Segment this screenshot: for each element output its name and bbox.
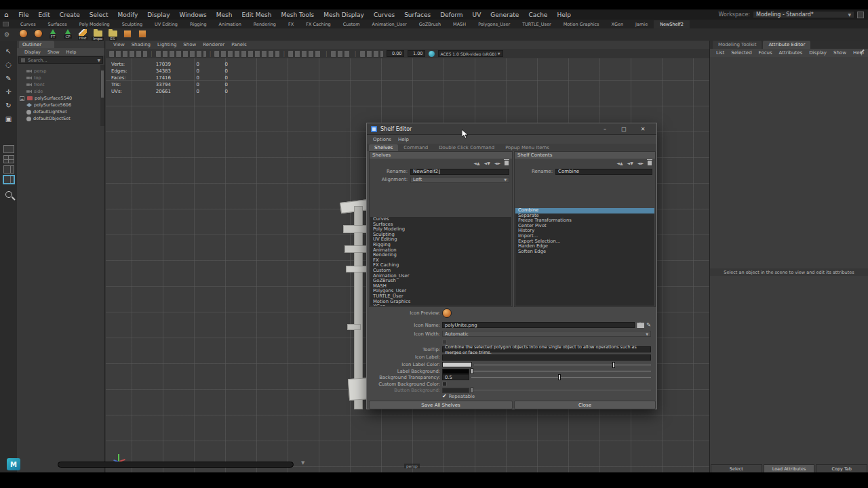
dialog-tab[interactable]: Command — [398, 144, 433, 151]
attribute-editor-menu-item[interactable]: Display — [806, 50, 830, 56]
item-rename-input[interactable]: Combine — [555, 169, 652, 175]
layout-outliner-persp-button[interactable] — [3, 176, 14, 184]
viewport-menu-item[interactable]: View — [110, 42, 128, 47]
shelf-btn-soften-edge[interactable] — [137, 29, 148, 38]
dialog-menu-item[interactable]: Options — [370, 137, 395, 142]
icon-name-input[interactable]: polyUnite.png — [442, 322, 635, 328]
maximize-button[interactable]: □ — [614, 126, 633, 132]
shelf-list-item[interactable]: FX Caching — [370, 263, 511, 268]
viewport-menu-item[interactable]: Renderer — [199, 42, 228, 47]
menu-item[interactable]: Edit — [33, 12, 54, 18]
shelf-tab[interactable]: Poly Modeling — [73, 20, 116, 28]
shelf-tab[interactable]: GoZBrush — [413, 20, 447, 28]
shelf-tab[interactable]: XGen — [605, 20, 629, 28]
attribute-editor-menu-item[interactable]: Help — [850, 50, 867, 56]
new-shelf-icon[interactable]: ◄► — [494, 161, 500, 165]
close-button[interactable]: ✕ — [633, 126, 652, 132]
menu-item[interactable]: Mesh Tools — [276, 12, 319, 18]
dialog-tab[interactable]: Shelves — [369, 144, 398, 151]
shelf-tab[interactable]: Polygons_User — [472, 20, 516, 28]
workspace-settings-icon[interactable] — [857, 12, 864, 18]
outliner-item[interactable]: defaultLightSet — [26, 108, 100, 115]
move-up-icon[interactable]: ◄▲ — [473, 161, 479, 165]
background-transparency-slider[interactable] — [471, 374, 651, 380]
select-tool-icon[interactable]: ↖ — [3, 45, 15, 57]
shelf-content-item[interactable]: Center Pivot — [515, 224, 654, 229]
shelf-btn-combine[interactable] — [18, 29, 28, 38]
save-all-shelves-button[interactable]: Save All Shelves — [369, 401, 513, 409]
shelf-tab[interactable]: Animation — [213, 20, 248, 28]
shelf-tab[interactable]: Curves — [14, 20, 42, 28]
viewport-menu-item[interactable]: Panels — [228, 42, 250, 47]
outliner-tab[interactable]: Outliner — [19, 41, 54, 48]
attribute-editor-menu-item[interactable]: Show — [830, 50, 850, 56]
menu-item[interactable]: Edit Mesh — [237, 12, 276, 18]
move-down-icon[interactable]: ◄▼ — [484, 161, 490, 165]
shelf-tab[interactable]: Motion Graphics — [557, 20, 606, 28]
dim-checkbox[interactable] — [442, 340, 447, 344]
move-tool-icon[interactable]: ✛ — [3, 85, 15, 98]
menu-item[interactable]: UV — [468, 12, 486, 18]
gamma-field[interactable]: 1.00 — [408, 50, 425, 57]
magnifier-icon[interactable] — [5, 191, 12, 198]
menu-item[interactable]: File — [14, 12, 33, 18]
tooltip-input[interactable]: Combine the selected polygon objects int… — [442, 346, 651, 352]
layout-single-pane-button[interactable] — [3, 145, 14, 153]
display-toggle-icons[interactable] — [214, 51, 279, 57]
menu-item[interactable]: Windows — [175, 12, 212, 18]
menu-item[interactable]: Curves — [369, 12, 399, 18]
expand-icon[interactable]: + — [20, 96, 24, 101]
icon-label-color-slider[interactable] — [474, 362, 651, 368]
outliner-scrollbar[interactable] — [100, 65, 104, 126]
shelf-tab[interactable]: FX Caching — [300, 20, 337, 28]
menu-item[interactable]: Cache — [524, 12, 552, 18]
shelf-tab[interactable]: Jamie — [629, 20, 654, 28]
outliner-item[interactable]: side — [26, 88, 100, 95]
shelf-tab[interactable]: FX — [282, 20, 300, 28]
layout-four-pane-button[interactable] — [3, 155, 14, 163]
menu-item[interactable]: Mesh — [212, 12, 237, 18]
gear-icon[interactable]: ⚙ — [4, 31, 9, 38]
shelf-btn-harden-edge[interactable] — [122, 29, 133, 38]
shelf-btn-export-selection[interactable]: ES — [107, 29, 118, 41]
camera-tools-icons[interactable] — [109, 51, 147, 57]
shelf-btn-freeze-transformations[interactable]: FT — [47, 29, 58, 39]
label-background-swatch[interactable] — [442, 369, 469, 374]
icon-label-input[interactable] — [442, 354, 651, 361]
custom-background-color-checkbox[interactable] — [442, 382, 447, 386]
outliner-item[interactable]: polySurface5606 — [26, 102, 100, 108]
colorspace-dropdown[interactable]: ACES 1.0 SDR-video (sRGB) ▼ — [438, 50, 503, 57]
dialog-menu-item[interactable]: Help — [395, 137, 412, 142]
color-management-icon[interactable] — [429, 51, 435, 57]
alignment-dropdown[interactable]: Left ▼ — [410, 177, 509, 183]
shelf-tab[interactable]: Sculpting — [116, 20, 149, 28]
outliner-menu-item[interactable]: Show — [44, 49, 63, 55]
viewport-menu-item[interactable]: Shading — [128, 42, 154, 47]
outliner-menu-item[interactable]: Display — [21, 49, 44, 55]
shelf-tab[interactable]: UV Editing — [149, 20, 184, 28]
background-transparency-input[interactable]: 0.5 — [442, 374, 469, 380]
right-panel-tab[interactable]: Modeling Toolkit — [713, 41, 762, 49]
move-item-icon[interactable]: ◄► — [637, 161, 644, 165]
icon-label-color-swatch[interactable] — [442, 362, 472, 367]
shelf-tab[interactable]: Animation_User — [366, 20, 413, 28]
shelf-btn-import[interactable]: Impo — [92, 29, 103, 41]
attribute-editor-menu-item[interactable]: List — [713, 50, 728, 56]
shading-mode-icons[interactable] — [156, 51, 206, 57]
delete-icon[interactable] — [648, 161, 652, 165]
menu-item[interactable]: Deform — [435, 12, 467, 18]
maya-taskbar-icon[interactable]: M — [7, 458, 20, 470]
chevron-down-icon[interactable]: ▼ — [97, 58, 100, 62]
lasso-tool-icon[interactable]: ◌ — [3, 58, 15, 70]
outliner-menu-item[interactable]: Help — [63, 49, 80, 55]
menu-item[interactable]: Display — [142, 12, 174, 18]
label-background-slider[interactable] — [471, 368, 651, 374]
menu-item[interactable]: Generate — [486, 12, 524, 18]
edit-icon[interactable]: ✎ — [646, 322, 651, 328]
shelf-btn-history[interactable]: Hist — [77, 29, 88, 40]
shelf-list-item[interactable]: Motion Graphics — [370, 300, 511, 305]
workspace-dropdown[interactable]: Modeling - Standard* ▼ — [753, 11, 854, 18]
paint-select-tool-icon[interactable]: ✎ — [3, 72, 15, 84]
shelf-btn-separate[interactable] — [33, 29, 43, 38]
browse-folder-icon[interactable] — [637, 322, 644, 328]
